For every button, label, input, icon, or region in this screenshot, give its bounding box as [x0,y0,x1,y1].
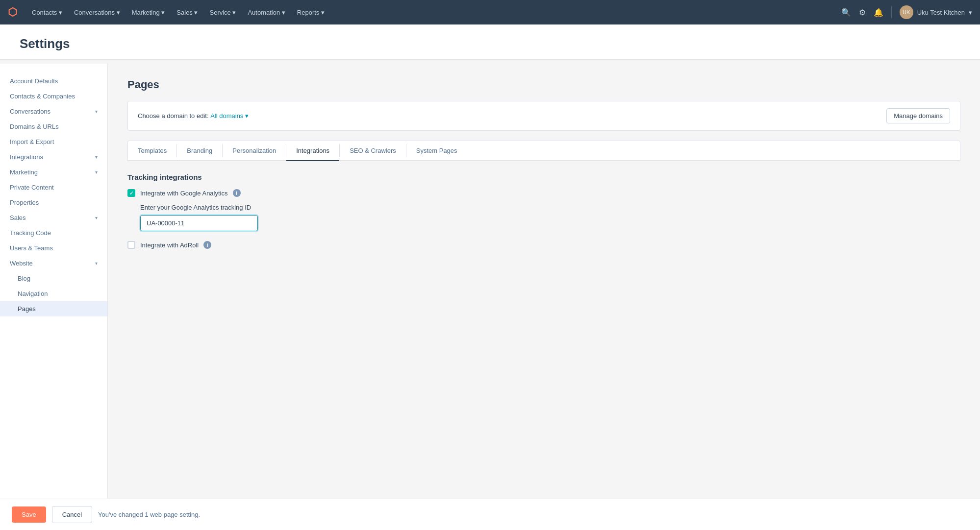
content-wrapper: Account Defaults Contacts & Companies Co… [0,64,980,530]
chevron-down-icon: ▾ [95,261,98,266]
tabs-container: Templates Branding Personalization Integ… [127,141,960,161]
domain-bar-label: Choose a domain to edit: All domains ▾ [138,112,249,120]
nav-reports[interactable]: Reports ▾ [292,6,329,19]
bell-icon[interactable]: 🔔 [874,8,883,17]
user-menu[interactable]: UK Uku Test Kitchen ▾ [900,5,972,19]
sidebar-item-domains-urls[interactable]: Domains & URLs [0,119,107,134]
bottom-bar: Save Cancel You've changed 1 web page se… [0,499,980,530]
google-analytics-info-icon[interactable]: i [233,189,241,197]
ga-field-label: Enter your Google Analytics tracking ID [140,204,960,211]
nav-service[interactable]: Service ▾ [204,6,241,19]
sidebar-item-integrations[interactable]: Integrations ▾ [0,149,107,165]
tab-personalization[interactable]: Personalization [223,141,286,161]
main-content: Pages Choose a domain to edit: All domai… [108,64,980,530]
chevron-down-icon: ▾ [95,169,98,175]
nav-automation[interactable]: Automation ▾ [243,6,290,19]
tab-system-pages[interactable]: System Pages [406,141,467,161]
page-title: Pages [127,78,960,91]
cancel-button[interactable]: Cancel [52,506,92,523]
chevron-down-icon: ▾ [95,109,98,114]
google-analytics-label: Integrate with Google Analytics [140,190,228,197]
sidebar-item-properties[interactable]: Properties [0,195,107,210]
hubspot-logo[interactable]: ⬡ [8,6,17,19]
chevron-down-icon: ▾ [95,215,98,220]
nav-contacts[interactable]: Contacts ▾ [27,6,67,19]
top-navigation: ⬡ Contacts ▾ Conversations ▾ Marketing ▾… [0,0,980,24]
user-name: Uku Test Kitchen [917,9,965,16]
gear-icon[interactable]: ⚙ [859,8,866,17]
adroll-row: Integrate with AdRoll i [127,241,960,249]
adroll-checkbox[interactable] [127,241,135,249]
tracking-integrations-section: Tracking integrations Integrate with Goo… [127,173,960,249]
ga-tracking-id-input[interactable] [140,215,258,231]
tab-integrations[interactable]: Integrations [286,141,339,161]
nav-items: Contacts ▾ Conversations ▾ Marketing ▾ S… [27,6,841,19]
adroll-info-icon[interactable]: i [203,241,211,249]
sidebar-item-sales[interactable]: Sales ▾ [0,210,107,225]
sidebar: Account Defaults Contacts & Companies Co… [0,64,108,530]
sidebar-item-marketing[interactable]: Marketing ▾ [0,165,107,180]
sidebar-item-blog[interactable]: Blog [0,271,107,286]
nav-divider [891,6,892,18]
avatar: UK [900,5,913,19]
google-analytics-row: Integrate with Google Analytics i [127,189,960,197]
chevron-down-icon: ▾ [245,112,249,120]
settings-title: Settings [20,36,960,51]
save-button[interactable]: Save [12,506,46,523]
nav-sales[interactable]: Sales ▾ [172,6,202,19]
nav-marketing[interactable]: Marketing ▾ [127,6,170,19]
chevron-down-icon: ▾ [95,154,98,160]
settings-header: Settings [0,24,980,60]
sidebar-item-navigation[interactable]: Navigation [0,286,107,301]
sidebar-item-tracking-code[interactable]: Tracking Code [0,225,107,241]
sidebar-item-users-teams[interactable]: Users & Teams [0,241,107,256]
sidebar-item-pages[interactable]: Pages [0,301,107,316]
sidebar-item-conversations[interactable]: Conversations ▾ [0,104,107,119]
sidebar-item-website[interactable]: Website ▾ [0,256,107,271]
sidebar-item-contacts-companies[interactable]: Contacts & Companies [0,89,107,104]
manage-domains-button[interactable]: Manage domains [886,108,950,123]
sidebar-item-account-defaults[interactable]: Account Defaults [0,73,107,89]
user-chevron: ▾ [969,9,972,16]
tab-seo-crawlers[interactable]: SEO & Crawlers [340,141,406,161]
domain-selector[interactable]: All domains ▾ [210,112,249,120]
bottom-message: You've changed 1 web page setting. [98,511,200,518]
sidebar-item-private-content[interactable]: Private Content [0,180,107,195]
nav-right: 🔍 ⚙ 🔔 UK Uku Test Kitchen ▾ [841,5,972,19]
nav-conversations[interactable]: Conversations ▾ [69,6,125,19]
search-icon[interactable]: 🔍 [841,8,851,17]
google-analytics-checkbox[interactable] [127,189,135,197]
domain-bar: Choose a domain to edit: All domains ▾ M… [127,101,960,131]
tab-branding[interactable]: Branding [177,141,222,161]
tab-templates[interactable]: Templates [128,141,176,161]
adroll-label: Integrate with AdRoll [140,241,199,249]
page-wrapper: Account Defaults Contacts & Companies Co… [0,24,980,530]
sidebar-item-import-export[interactable]: Import & Export [0,134,107,149]
section-title: Tracking integrations [127,173,960,181]
